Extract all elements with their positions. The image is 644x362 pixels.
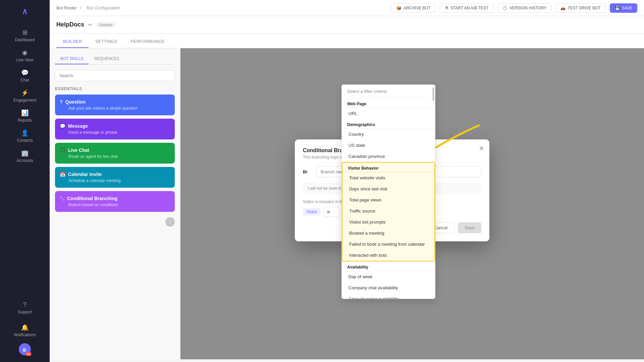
criteria-item-booked-meeting[interactable]: Booked a meeting — [342, 228, 434, 239]
content-area: BOT SKILLS SEQUENCES Essentials ? Questi… — [50, 48, 644, 359]
message-icon: 💬 — [60, 123, 65, 129]
criteria-section-demographics: Demographics Country US state Canadian p… — [342, 119, 435, 162]
calendar-desc: Schedule a calendar meeting — [60, 178, 170, 183]
conditional-icon: ⋱ — [60, 196, 64, 201]
sidebar-item-accounts[interactable]: 🏢 Accounts — [0, 146, 50, 166]
canvas: ✕ Conditional Branching This branching l… — [180, 48, 644, 359]
chat-icon: 💬 — [21, 69, 29, 76]
left-panel: BOT SKILLS SEQUENCES Essentials ? Questi… — [50, 48, 180, 359]
user-avatar[interactable]: g. 22 — [19, 343, 31, 355]
skill-card-calendar[interactable]: 📅 Calendar Invite Schedule a calendar me… — [55, 167, 175, 188]
sidebar-item-contacts[interactable]: 👤 Contacts — [0, 126, 50, 146]
scrollbar-handle[interactable] — [432, 87, 434, 101]
sidebar-item-engagement[interactable]: ⚡ Engagement — [0, 86, 50, 106]
sidebar-item-dashboard[interactable]: ⊞ Dashboard — [0, 25, 50, 46]
status-badge: Inactive — [96, 22, 116, 27]
criteria-item-day-of-week[interactable]: Day of week — [342, 271, 435, 282]
sub-tab-bar: BOT SKILLS SEQUENCES — [55, 54, 175, 65]
notification-badge: 22 — [25, 352, 32, 356]
collapse-panel-button[interactable]: ‹ — [165, 217, 175, 227]
tab-builder[interactable]: BUILDER — [56, 36, 89, 48]
skill-card-conditional[interactable]: ⋱ Conditional Branching Branch based on … — [55, 191, 175, 212]
search-input[interactable] — [55, 70, 175, 81]
edit-icon[interactable]: ✏ — [88, 22, 92, 27]
contacts-icon: 👤 — [21, 129, 29, 137]
criteria-section-availability: Availability Day of week Company chat av… — [342, 261, 435, 299]
section-title-availability: Availability — [342, 261, 435, 271]
save-conditions-button[interactable]: Save — [458, 222, 481, 233]
skill-card-question[interactable]: ? Question Ask your site visitors a simp… — [55, 95, 175, 115]
logo[interactable]: ∧ — [19, 5, 31, 17]
reports-icon: 📊 — [21, 109, 29, 117]
criteria-item-total-visits[interactable]: Total website visits — [342, 172, 434, 183]
test-drive-icon: 🚗 — [560, 6, 566, 10]
criteria-item-url[interactable]: URL — [342, 108, 435, 119]
accounts-icon: 🏢 — [21, 149, 29, 157]
ab-test-icon: ⚗ — [445, 6, 448, 10]
section-title-web-page: Web Page — [342, 98, 435, 108]
live-chat-icon: 🎧 — [60, 147, 65, 153]
sidebar-item-support[interactable]: ? Support — [0, 298, 50, 318]
notifications-icon: 🔔 — [21, 324, 29, 331]
section-title-demographics: Demographics — [342, 119, 435, 129]
section-title-visitor-behavior: Visitor Behavior — [342, 163, 434, 172]
question-desc: Ask your site visitors a simple question — [60, 106, 170, 111]
criteria-item-traffic-source[interactable]: Traffic source — [342, 205, 434, 217]
visitor-tag: Visitor — [303, 208, 321, 216]
question-icon: ? — [60, 99, 63, 105]
filter-operator-select[interactable]: is — [323, 207, 340, 217]
criteria-item-canadian-province[interactable]: Canadian province — [342, 151, 435, 162]
criteria-section-web-page: Web Page URL — [342, 98, 435, 119]
skill-card-live-chat[interactable]: 🎧 Live Chat Route an agent for live chat — [55, 143, 175, 164]
version-history-button[interactable]: 🕐 VERSION HISTORY — [497, 3, 551, 13]
sidebar-item-live-view[interactable]: ◉ Live View — [0, 46, 50, 66]
criteria-item-account-owner[interactable]: Account owner availability — [342, 293, 435, 299]
top-navigation: Bot Roster / Bot Configuration 📦 ARCHIVE… — [50, 0, 644, 16]
sidebar-item-notifications[interactable]: 🔔 Notifications — [0, 320, 50, 341]
sidebar-item-chat[interactable]: 💬 Chat — [0, 66, 50, 86]
criteria-item-interacted-bots[interactable]: Interacted with bots — [342, 250, 434, 261]
criteria-item-company-chat[interactable]: Company chat availability — [342, 282, 435, 293]
skill-card-message[interactable]: 💬 Message Insert a message or phrase — [55, 119, 175, 139]
ab-test-button[interactable]: ⚗ START AN A/B TEST — [440, 3, 493, 13]
criteria-section-visitor-behavior: Visitor Behavior Total website visits Da… — [342, 162, 435, 261]
dashboard-icon: ⊞ — [22, 29, 28, 36]
sidebar-bottom: ? Support 🔔 Notifications g. 22 — [0, 298, 50, 362]
criteria-item-failed-booking[interactable]: Failed to book a meeting from calendar — [342, 239, 434, 250]
tab-bar: BUILDER SETTINGS PERFORMANCE — [50, 34, 644, 48]
criteria-item-page-views[interactable]: Total page views — [342, 194, 434, 205]
engagement-icon: ⚡ — [21, 89, 29, 97]
save-button[interactable]: 💾 SAVE — [610, 3, 637, 13]
archive-icon: 📦 — [396, 6, 401, 10]
page-title: HelpDocs — [56, 21, 84, 28]
section-label: Essentials — [55, 86, 175, 91]
version-icon: 🕐 — [502, 6, 507, 10]
sub-tab-bot-skills[interactable]: BOT SKILLS — [55, 54, 89, 64]
criteria-item-country[interactable]: Country — [342, 129, 435, 140]
sub-tab-sequences[interactable]: SEQUENCES — [89, 54, 124, 64]
conditional-desc: Branch based on conditions — [60, 202, 170, 207]
modal-close-button[interactable]: ✕ — [479, 145, 484, 152]
sidebar: ∧ ⊞ Dashboard ◉ Live View 💬 Chat ⚡ Engag… — [0, 0, 50, 362]
save-icon: 💾 — [615, 6, 620, 10]
filter-criteria-dropdown: Select a filter criteria Web Page URL De… — [341, 84, 435, 299]
criteria-item-days-since[interactable]: Days since last visit — [342, 183, 434, 194]
message-desc: Insert a message or phrase — [60, 130, 170, 135]
branch-label: Br — [303, 169, 313, 174]
calendar-icon: 📅 — [60, 172, 65, 177]
header-actions: 📦 ARCHIVE BOT ⚗ START AN A/B TEST 🕐 VERS… — [391, 3, 637, 13]
criteria-item-visitor-bot-prompts[interactable]: Visitor bot prompts — [342, 217, 434, 228]
page-title-row: HelpDocs ✏ Inactive — [50, 16, 644, 34]
sidebar-item-reports[interactable]: 📊 Reports — [0, 106, 50, 126]
archive-bot-button[interactable]: 📦 ARCHIVE BOT — [391, 3, 436, 13]
live-view-icon: ◉ — [22, 49, 28, 56]
modal-backdrop: ✕ Conditional Branching This branching l… — [180, 48, 644, 359]
test-drive-button[interactable]: 🚗 TEST DRIVE BOT — [555, 3, 605, 13]
breadcrumb-current: Bot Configuration — [87, 5, 120, 10]
tab-performance[interactable]: PERFORMANCE — [124, 36, 171, 48]
criteria-item-us-state[interactable]: US state — [342, 140, 435, 151]
breadcrumb: Bot Roster / Bot Configuration — [56, 5, 122, 10]
tab-settings[interactable]: SETTINGS — [89, 36, 124, 48]
support-icon: ? — [23, 301, 26, 308]
breadcrumb-parent[interactable]: Bot Roster — [56, 5, 77, 10]
